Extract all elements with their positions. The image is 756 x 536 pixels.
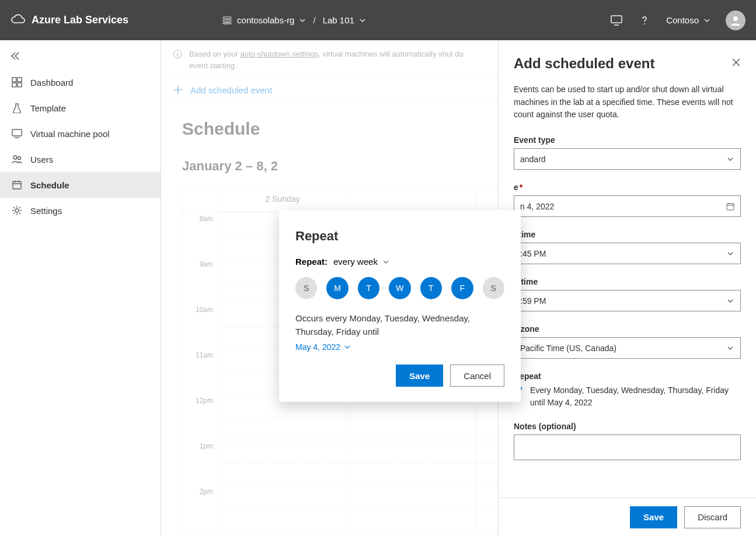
- stop-time-select[interactable]: :59 PM: [514, 290, 741, 311]
- timezone-select[interactable]: Pacific Time (US, Canada): [514, 337, 741, 359]
- breadcrumb-rg-label: contosolabs-rg: [237, 15, 294, 25]
- repeat-frequency-select[interactable]: every week: [333, 257, 389, 267]
- resource-group-icon: [222, 15, 232, 26]
- svg-rect-6: [12, 78, 16, 82]
- breadcrumb-separator: /: [313, 15, 315, 25]
- panel-description: Events can be used to start up and/or sh…: [514, 83, 741, 121]
- chevron-down-icon: [726, 250, 734, 258]
- repeat-until-value: May 4, 2022: [295, 342, 340, 352]
- timezone-label: e zone: [514, 324, 741, 334]
- svg-rect-13: [13, 181, 21, 189]
- avatar[interactable]: [726, 10, 745, 30]
- svg-rect-7: [18, 78, 22, 82]
- sidebar-item-label: Settings: [30, 206, 62, 216]
- svg-rect-9: [18, 83, 22, 87]
- date-value: n 4, 2022: [520, 202, 554, 211]
- breadcrumb-lab[interactable]: Lab 101: [323, 15, 366, 25]
- event-type-label: Event type: [514, 135, 741, 145]
- tenant-label: Contoso: [666, 15, 699, 25]
- start-time-value: :45 PM: [520, 249, 546, 258]
- repeat-occurs-summary: Occurs every Monday, Tuesday, Wednesday,…: [295, 312, 504, 338]
- chevron-down-icon: [299, 17, 306, 24]
- svg-point-4: [644, 23, 645, 24]
- svg-rect-10: [12, 129, 22, 136]
- day-selector: SMTWTFS: [295, 277, 504, 299]
- notes-label: Notes (optional): [514, 422, 741, 431]
- sidebar-item-vm-pool[interactable]: Virtual machine pool: [0, 121, 161, 146]
- users-icon: [12, 154, 22, 164]
- sidebar-item-settings[interactable]: Settings: [0, 198, 161, 223]
- svg-rect-8: [12, 83, 16, 87]
- modal-cancel-button[interactable]: Cancel: [450, 365, 504, 387]
- repeat-modal: Repeat Repeat: every week SMTWTFS Occurs…: [279, 210, 521, 402]
- modal-title: Repeat: [295, 229, 504, 244]
- svg-rect-2: [223, 23, 231, 24]
- sidebar-item-label: Virtual machine pool: [30, 129, 110, 139]
- chevron-down-icon: [726, 155, 734, 163]
- timezone-value: Pacific Time (US, Canada): [520, 344, 616, 353]
- sidebar-item-label: Schedule: [30, 180, 69, 190]
- svg-point-5: [733, 16, 738, 21]
- day-toggle[interactable]: W: [389, 277, 410, 299]
- event-type-select[interactable]: andard: [514, 148, 741, 170]
- stop-time-value: :59 PM: [520, 296, 546, 306]
- stop-time-label: p time: [514, 277, 741, 286]
- sidebar-item-users[interactable]: Users: [0, 146, 161, 172]
- repeat-frequency-value: every week: [333, 257, 378, 267]
- svg-point-14: [15, 209, 19, 212]
- chevron-down-icon: [703, 17, 710, 24]
- svg-rect-1: [223, 20, 231, 22]
- svg-rect-3: [611, 16, 622, 23]
- modal-save-button[interactable]: Save: [396, 365, 443, 387]
- svg-point-12: [18, 157, 21, 160]
- panel-save-button[interactable]: Save: [630, 506, 677, 528]
- notes-textarea[interactable]: [514, 435, 741, 460]
- day-toggle[interactable]: S: [483, 277, 504, 299]
- date-input[interactable]: n 4, 2022: [514, 195, 741, 217]
- chevron-down-icon: [726, 344, 734, 352]
- collapse-sidebar-button[interactable]: [0, 45, 161, 69]
- chevron-down-icon: [344, 344, 351, 351]
- date-label: e*: [514, 183, 741, 192]
- sidebar: Dashboard Template Virtual machine pool …: [0, 40, 161, 536]
- day-toggle[interactable]: T: [358, 277, 379, 299]
- breadcrumb-resource-group[interactable]: contosolabs-rg: [222, 15, 306, 26]
- help-icon[interactable]: [638, 14, 651, 27]
- event-type-value: andard: [520, 155, 546, 164]
- tenant-selector[interactable]: Contoso: [666, 15, 710, 25]
- start-time-label: t time: [514, 230, 741, 239]
- close-panel-button[interactable]: [731, 58, 741, 69]
- repeat-until-date[interactable]: May 4, 2022: [295, 342, 351, 352]
- app-title: Azure Lab Services: [32, 14, 128, 26]
- chevron-down-icon: [382, 258, 389, 265]
- sidebar-item-template[interactable]: Template: [0, 95, 161, 121]
- breadcrumb: contosolabs-rg / Lab 101: [222, 15, 366, 26]
- sidebar-item-label: Dashboard: [30, 78, 73, 87]
- calendar-icon: [12, 180, 22, 190]
- svg-rect-16: [727, 204, 734, 210]
- day-toggle[interactable]: T: [420, 277, 442, 299]
- day-toggle[interactable]: F: [451, 277, 473, 299]
- flask-icon: [12, 103, 22, 113]
- sidebar-item-schedule[interactable]: Schedule: [0, 172, 161, 198]
- monitor-icon[interactable]: [610, 14, 623, 27]
- svg-rect-0: [223, 17, 231, 19]
- panel-footer: Save Discard: [499, 498, 756, 536]
- svg-point-11: [13, 156, 17, 159]
- start-time-select[interactable]: :45 PM: [514, 243, 741, 264]
- chevron-down-icon: [359, 17, 366, 24]
- gear-icon: [12, 205, 22, 216]
- calendar-icon: [726, 202, 734, 211]
- repeat-frequency-label: Repeat:: [295, 257, 328, 267]
- panel-discard-button[interactable]: Discard: [684, 506, 741, 528]
- cloud-icon: [11, 13, 26, 27]
- dashboard-icon: [12, 77, 22, 87]
- sidebar-item-dashboard[interactable]: Dashboard: [0, 69, 161, 95]
- day-toggle[interactable]: S: [295, 277, 317, 299]
- add-event-panel: Add scheduled event Events can be used t…: [498, 40, 756, 536]
- logo: Azure Lab Services: [11, 13, 128, 27]
- chevron-down-icon: [726, 297, 734, 305]
- top-bar: Azure Lab Services contosolabs-rg / Lab …: [0, 0, 756, 40]
- day-toggle[interactable]: M: [326, 277, 348, 299]
- panel-title: Add scheduled event: [514, 55, 654, 72]
